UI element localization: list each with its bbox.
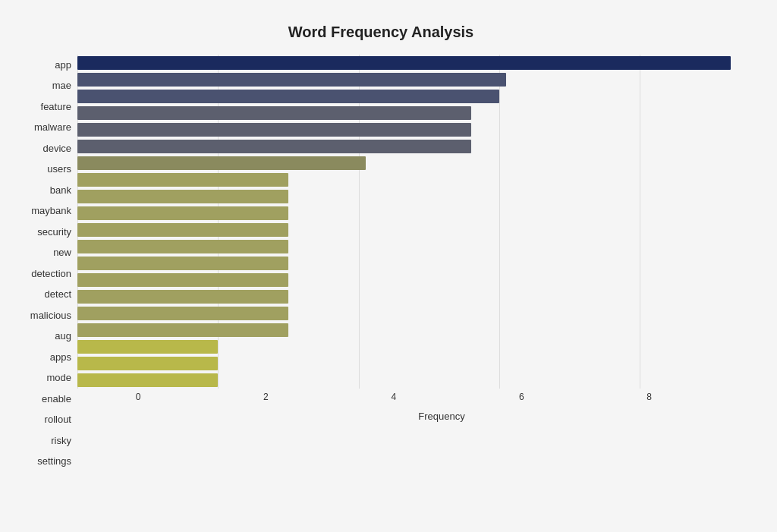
bar-rollout: [77, 340, 218, 354]
bar-enable: [77, 323, 288, 337]
bars-section: 02468 Frequency: [77, 55, 745, 472]
bar-row-mode: [77, 305, 745, 322]
y-label-malware: malware: [34, 122, 71, 132]
bar-row-aug: [77, 272, 745, 288]
bar-row-malware: [77, 105, 745, 121]
y-labels: appmaefeaturemalwaredeviceusersbankmayba…: [17, 55, 77, 472]
bar-new: [77, 206, 288, 220]
x-tick-4: 4: [391, 392, 396, 402]
bar-settings: [77, 373, 218, 387]
y-label-apps: apps: [50, 352, 71, 362]
bar-bank: [77, 156, 366, 170]
y-label-bank: bank: [50, 185, 71, 195]
y-label-detect: detect: [45, 289, 71, 299]
chart-area: appmaefeaturemalwaredeviceusersbankmayba…: [17, 55, 745, 472]
bar-row-detection: [77, 222, 745, 238]
bar-row-mae: [77, 71, 745, 88]
x-axis-label: Frequency: [138, 411, 745, 422]
y-label-device: device: [42, 143, 71, 153]
bar-mae: [77, 73, 506, 87]
y-label-enable: enable: [42, 394, 71, 404]
bar-row-settings: [77, 372, 745, 389]
bar-detection: [77, 223, 288, 237]
y-label-aug: aug: [55, 331, 71, 341]
bar-malicious: [77, 257, 288, 270]
bar-feature: [77, 90, 499, 103]
bar-risky: [77, 357, 218, 370]
y-label-risky: risky: [51, 436, 71, 445]
bar-aug: [77, 273, 288, 287]
bar-users: [77, 140, 471, 153]
bar-row-detect: [77, 238, 745, 255]
y-label-new: new: [53, 247, 71, 257]
y-label-mode: mode: [46, 373, 71, 382]
bar-row-app: [77, 55, 745, 71]
y-label-app: app: [55, 60, 71, 70]
bar-row-rollout: [77, 338, 745, 355]
bar-device: [77, 123, 471, 137]
y-label-rollout: rollout: [45, 414, 71, 424]
x-tick-0: 0: [136, 392, 141, 402]
bar-row-new: [77, 205, 745, 222]
bar-row-maybank: [77, 172, 745, 188]
bars-grid: [77, 55, 745, 389]
x-tick-2: 2: [263, 392, 269, 402]
bar-row-security: [77, 188, 745, 205]
x-axis-section: 02468 Frequency: [138, 392, 745, 422]
chart-title: Word Frequency Analysis: [17, 24, 745, 41]
bar-apps: [77, 290, 288, 304]
y-label-malicious: malicious: [30, 310, 71, 320]
y-label-settings: settings: [37, 456, 71, 466]
bar-row-risky: [77, 355, 745, 372]
bar-app: [77, 56, 731, 70]
x-tick-6: 6: [519, 392, 524, 402]
y-label-maybank: maybank: [31, 206, 71, 216]
bar-maybank: [77, 173, 288, 187]
bar-row-bank: [77, 155, 745, 172]
bar-row-feature: [77, 88, 745, 105]
bar-row-enable: [77, 322, 745, 338]
bar-security: [77, 190, 288, 203]
bar-mode: [77, 307, 288, 320]
bar-detect: [77, 240, 288, 253]
bar-row-users: [77, 138, 745, 155]
bar-row-malicious: [77, 255, 745, 272]
bar-row-apps: [77, 288, 745, 305]
chart-container: Word Frequency Analysis appmaefeaturemal…: [9, 8, 768, 524]
bar-row-device: [77, 121, 745, 138]
y-label-detection: detection: [31, 269, 71, 279]
y-label-mae: mae: [52, 80, 71, 90]
bar-malware: [77, 106, 471, 120]
y-label-users: users: [47, 164, 71, 174]
x-tick-8: 8: [646, 392, 652, 402]
y-label-feature: feature: [41, 102, 71, 112]
y-label-security: security: [37, 227, 71, 237]
